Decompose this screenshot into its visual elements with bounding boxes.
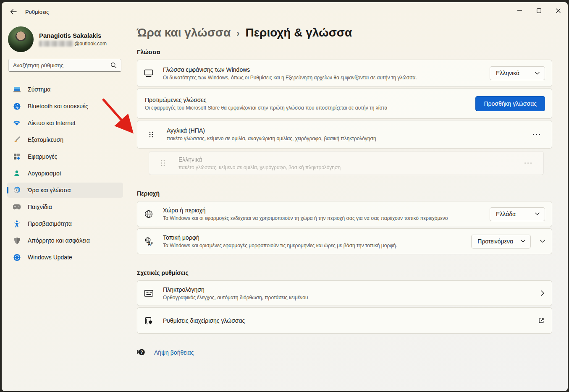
page-title: Περιοχή & γλώσσα — [246, 26, 352, 39]
preferred-languages-title: Προτιμώμενες γλώσσες — [145, 97, 467, 103]
search-box[interactable] — [8, 59, 121, 72]
more-options-icon[interactable] — [524, 162, 532, 164]
regional-format-title: Τοπική μορφή — [163, 234, 463, 241]
main-content: Ώρα και γλώσσα › Περιοχή & γλώσσα Γλώσσα… — [128, 21, 568, 391]
search-icon — [110, 62, 117, 68]
sidebar-item-network[interactable]: Δίκτυο και Internet — [7, 115, 123, 131]
section-language-header: Γλώσσα — [137, 49, 552, 55]
search-input[interactable] — [13, 62, 110, 68]
country-region-dropdown[interactable]: Ελλάδα — [490, 207, 545, 221]
get-help-icon: ? — [137, 348, 145, 357]
back-button[interactable] — [7, 5, 20, 18]
breadcrumb: Ώρα και γλώσσα › Περιοχή & γλώσσα — [137, 26, 552, 39]
accounts-icon — [13, 170, 21, 177]
admin-language-title: Ρυθμίσεις διαχείρισης γλώσσας — [163, 317, 530, 324]
sidebar-item-system[interactable]: Σύστημα — [7, 82, 123, 97]
more-options-icon[interactable] — [533, 134, 540, 135]
sidebar: Panagiotis Sakalakis @outlook.com — [2, 21, 128, 391]
display-language-card: Γλώσσα εμφάνισης των Windows Οι δυνατότη… — [137, 60, 552, 87]
section-related-header: Σχετικές ρυθμίσεις — [137, 269, 552, 276]
avatar — [8, 26, 34, 52]
admin-language-settings-card[interactable]: Ρυθμίσεις διαχείρισης γλώσσας — [137, 307, 552, 334]
maximize-icon — [537, 8, 541, 13]
email-redacted — [39, 41, 73, 47]
typing-description: Ορθογραφικός έλεγχος, αυτόματη διόρθωση,… — [163, 295, 532, 301]
regional-format-card: A Τοπική μορφή Τα Windows και ορισμένες … — [137, 228, 552, 254]
language-features: πακέτο γλώσσας, κείμενο σε ομιλία, αναγν… — [167, 136, 524, 141]
chevron-down-icon — [535, 212, 540, 215]
svg-text:A: A — [148, 242, 151, 246]
get-help-link[interactable]: Λήψη βοήθειας — [154, 349, 194, 356]
windows-update-icon — [13, 253, 21, 261]
language-row-english[interactable]: Αγγλικά (ΗΠΑ) πακέτο γλώσσας, κείμενο σε… — [137, 120, 552, 149]
typing-title: Πληκτρολόγηση — [163, 286, 532, 293]
language-name: Ελληνικά — [178, 156, 516, 163]
sidebar-nav: Σύστημα Bluetooth και συσκευές Δίκτυο κα… — [2, 82, 128, 265]
admin-language-icon — [144, 316, 153, 325]
personalization-icon — [13, 136, 21, 144]
country-region-card: Χώρα ή περιοχή Τα Windows και οι εφαρμογ… — [137, 201, 552, 227]
keyboard-icon — [144, 290, 153, 297]
globe-icon — [144, 210, 153, 218]
chevron-right-icon — [541, 290, 544, 296]
sidebar-item-privacy[interactable]: Απόρρητο και ασφάλεια — [7, 233, 123, 248]
titlebar: Ρυθμίσεις — [2, 2, 568, 21]
add-language-button[interactable]: Προσθήκη γλώσσας — [475, 96, 545, 111]
display-language-dropdown[interactable]: Ελληνικά — [490, 66, 545, 80]
language-name: Αγγλικά (ΗΠΑ) — [167, 127, 524, 134]
close-button[interactable] — [548, 2, 568, 19]
country-region-description: Τα Windows και οι εφαρμογές ενδέχεται να… — [163, 215, 481, 221]
svg-text:?: ? — [140, 350, 143, 355]
sidebar-item-accessibility[interactable]: Προσβασιμότητα — [7, 216, 123, 231]
language-features: πακέτο γλώσσας, κείμενο σε ομιλία, χειρό… — [178, 165, 516, 170]
system-icon — [13, 86, 21, 93]
drag-grip-icon[interactable] — [160, 160, 166, 166]
privacy-icon — [13, 237, 21, 244]
sidebar-item-bluetooth[interactable]: Bluetooth και συσκευές — [7, 99, 123, 114]
section-region-header: Περιοχή — [137, 190, 552, 197]
time-language-icon — [13, 186, 21, 194]
sidebar-item-personalization[interactable]: Εξατομίκευση — [7, 132, 123, 147]
chevron-down-icon — [521, 240, 525, 243]
chevron-down-icon — [535, 72, 540, 75]
settings-window: Ρυθμίσεις Panagiotis Sakalakis @o — [2, 2, 568, 391]
breadcrumb-separator: › — [236, 27, 239, 39]
apps-icon — [13, 153, 21, 160]
sidebar-item-gaming[interactable]: Παιχνίδια — [7, 199, 123, 214]
gaming-icon — [13, 203, 21, 211]
preferred-languages-description: Οι εφαρμογές του Microsoft Store θα εμφα… — [145, 105, 467, 111]
sidebar-item-windows-update[interactable]: Windows Update — [7, 250, 123, 265]
maximize-button[interactable] — [529, 2, 548, 19]
back-arrow-icon — [10, 9, 17, 15]
accessibility-icon — [13, 220, 21, 227]
get-help-row: ? Λήψη βοήθειας — [137, 348, 552, 357]
country-region-title: Χώρα ή περιοχή — [163, 207, 481, 214]
drag-grip-icon[interactable] — [148, 131, 155, 138]
app-title: Ρυθμίσεις — [25, 9, 49, 15]
bluetooth-icon — [13, 102, 21, 110]
external-link-icon — [538, 318, 544, 324]
sidebar-item-time-language[interactable]: Ώρα και γλώσσα — [7, 183, 123, 198]
expand-chevron-icon[interactable] — [540, 240, 545, 243]
language-row-greek-ghost[interactable]: Ελληνικά πακέτο γλώσσας, κείμενο σε ομιλ… — [149, 151, 544, 175]
preferred-languages-card: Προτιμώμενες γλώσσες Οι εφαρμογές του Mi… — [137, 88, 552, 119]
typing-card[interactable]: Πληκτρολόγηση Ορθογραφικός έλεγχος, αυτό… — [137, 280, 552, 306]
caption-buttons — [510, 2, 568, 19]
sidebar-item-apps[interactable]: Εφαρμογές — [7, 149, 123, 164]
display-language-description: Οι δυνατότητες των Windows, όπως οι Ρυθμ… — [163, 75, 481, 81]
language-format-icon: A — [144, 237, 153, 246]
display-monitor-icon — [144, 69, 153, 77]
regional-format-description: Τα Windows και ορισμένες εφαρμογές μορφο… — [163, 243, 463, 248]
sidebar-item-accounts[interactable]: Λογαριασμοί — [7, 166, 123, 181]
network-icon — [13, 119, 21, 127]
minimize-icon — [517, 10, 522, 11]
user-name: Panagiotis Sakalakis — [39, 32, 107, 39]
regional-format-dropdown[interactable]: Προτεινόμενα — [471, 235, 531, 248]
user-email: @outlook.com — [39, 41, 107, 47]
close-icon — [556, 8, 561, 13]
breadcrumb-parent[interactable]: Ώρα και γλώσσα — [137, 26, 231, 39]
minimize-button[interactable] — [510, 2, 529, 19]
user-profile[interactable]: Panagiotis Sakalakis @outlook.com — [8, 26, 122, 52]
display-language-title: Γλώσσα εμφάνισης των Windows — [163, 66, 481, 73]
screen: Ρυθμίσεις Panagiotis Sakalakis @o — [0, 0, 569, 392]
